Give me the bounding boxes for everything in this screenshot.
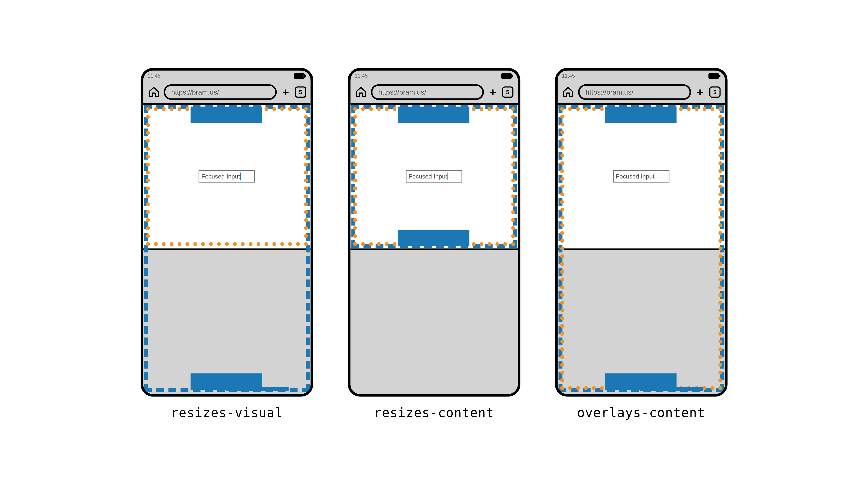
plus-icon[interactable]: + [488,87,498,97]
plus-icon[interactable]: + [280,87,291,97]
battery-icon [708,73,720,79]
text-caret [447,173,448,181]
home-icon[interactable] [355,86,367,98]
status-bar: 11:45 [143,71,310,81]
tab-count-button[interactable]: 5 [295,87,306,98]
browser-toolbar: https://bram.us/ + 5 [350,81,518,105]
keyboard-area [350,250,518,394]
url-text: https://bram.us/ [171,88,219,96]
keyboard-divider [558,249,725,250]
keyboard-divider [350,249,518,250]
clock-label: 11:45 [148,73,160,79]
svg-rect-1 [295,74,304,78]
tab-count-button[interactable]: 5 [709,87,720,98]
column-overlays-content: 11:45 https://bram.us/ + 5 [555,68,727,420]
battery-icon [501,73,513,79]
input-text: Focused Input [409,173,447,180]
url-input[interactable]: https://bram.us/ [371,85,484,100]
phone-mockup: 11:45 https://bram.us/ + 5 [555,68,727,397]
url-text: https://bram.us/ [378,88,426,96]
caption-label: resizes-content [374,405,494,420]
column-resizes-content: 11:45 https://bram.us/ + 5 [348,68,520,420]
plus-icon[interactable]: + [695,87,705,97]
keyboard-area [143,250,310,394]
svg-rect-2 [305,75,306,77]
text-caret [655,173,655,181]
url-input[interactable]: https://bram.us/ [578,85,691,100]
home-icon[interactable] [148,86,160,98]
diagram-stage: 11:45 https://bram.us/ + 5 [141,68,727,420]
battery-icon [294,73,306,79]
status-bar: 11:45 [350,71,518,81]
text-caret [240,173,241,181]
phone-mockup: 11:45 https://bram.us/ + 5 [348,68,520,397]
home-icon[interactable] [562,86,574,98]
focused-input[interactable]: Focused Input [199,170,255,183]
input-text: Focused Input [202,173,240,180]
phone-mockup: 11:45 https://bram.us/ + 5 [141,68,313,397]
column-resizes-visual: 11:45 https://bram.us/ + 5 [141,68,313,420]
svg-rect-5 [512,75,513,77]
input-text: Focused Input [616,173,654,180]
caption-label: overlays-content [577,405,705,420]
url-input[interactable]: https://bram.us/ [163,85,277,100]
clock-label: 11:45 [355,73,368,79]
keyboard-area [558,250,725,394]
browser-toolbar: https://bram.us/ + 5 [558,81,725,105]
caption-label: resizes-visual [171,405,283,420]
browser-toolbar: https://bram.us/ + 5 [143,81,310,105]
keyboard-divider [143,249,310,250]
focused-input[interactable]: Focused Input [613,170,670,183]
clock-label: 11:45 [562,73,575,79]
tab-count-button[interactable]: 5 [502,87,513,98]
svg-rect-7 [709,74,718,78]
status-bar: 11:45 [558,71,725,81]
url-text: https://bram.us/ [586,88,633,96]
focused-input[interactable]: Focused Input [406,170,462,183]
svg-rect-4 [502,74,511,78]
svg-rect-8 [719,75,720,77]
